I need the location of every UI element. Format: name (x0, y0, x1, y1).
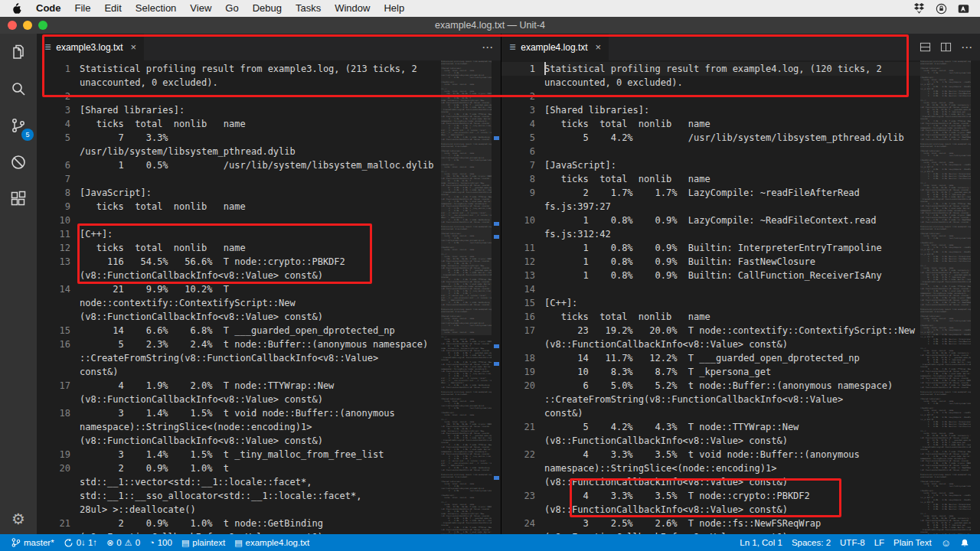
code-line[interactable]: node::contextify::ContextifyScript::New (37, 296, 441, 310)
code-line[interactable]: (v8::FunctionCallbackInfo<v8::Value> con… (501, 475, 920, 489)
menu-item-go[interactable]: Go (218, 0, 245, 17)
code-line[interactable]: const&) (37, 365, 441, 379)
code-line[interactable]: 1Statistical profiling result from examp… (37, 62, 441, 76)
code-line[interactable]: 14 21 9.9% 10.2% T (37, 282, 441, 296)
editor-example3[interactable]: 1Statistical profiling result from examp… (37, 60, 501, 534)
code-line[interactable]: 14 (501, 282, 920, 296)
menu-item-debug[interactable]: Debug (246, 0, 289, 17)
explorer-icon[interactable] (0, 34, 37, 70)
plaintext-indicator[interactable]: ▤ plaintext (177, 534, 230, 551)
code-line[interactable]: 7[JavaScript]: (501, 158, 920, 172)
code-line[interactable]: namespace)::StringSlice<(node::encoding)… (501, 461, 920, 475)
dropbox-icon[interactable] (913, 3, 925, 14)
problems-indicator[interactable]: ⊗ 0 ⚠ 0 (102, 534, 145, 551)
apple-menu-icon[interactable] (0, 3, 29, 14)
code-line[interactable]: 16 ticks total nonlib name (501, 310, 920, 324)
code-line[interactable]: 13 1 0.8% 0.9% Builtin: CallFunction_Rec… (501, 269, 920, 282)
code-line[interactable]: 3[Shared libraries]: (37, 103, 441, 117)
code-line[interactable]: 17 23 19.2% 20.0% T node::contextify::Co… (501, 324, 920, 337)
code-line[interactable]: (v8::FunctionCallbackInfo<v8::Value> con… (501, 503, 920, 517)
settings-gear-icon[interactable]: ⚙ (0, 510, 37, 528)
code-line[interactable]: unaccounted, 0 excluded). (501, 76, 920, 90)
encoding-indicator[interactable]: UTF-8 (835, 534, 870, 551)
code-line[interactable]: 8 ticks total nonlib name (501, 172, 920, 186)
code-line[interactable]: 11 1 0.8% 0.9% Builtin: InterpreterEntry… (501, 241, 920, 255)
code-line[interactable]: 10 1 0.8% 0.9% LazyCompile: ~ReadFileCon… (501, 214, 920, 227)
code-line[interactable]: (v8::FunctionCallbackInfo<v8::Value> con… (501, 434, 920, 448)
code-line[interactable]: std::__1::vector<std::__1::locale::facet… (37, 475, 441, 489)
code-line[interactable]: 2 (37, 90, 441, 103)
code-line[interactable]: 22 4 3.3% 3.5% t void node::Buffer::(ano… (501, 448, 920, 461)
code-line[interactable]: fs.js:312:42 (501, 227, 920, 241)
input-source-icon[interactable] (958, 4, 969, 14)
code-line[interactable]: (v8::FunctionCallbackInfo<v8::Value> con… (37, 530, 441, 534)
tab-example4-log-txt[interactable]: ≣ example4.log.txt × (501, 34, 609, 60)
code-line[interactable]: 4 ticks total nonlib name (501, 117, 920, 131)
metric-indicator[interactable]: ◔ 100 (145, 534, 177, 551)
code-line[interactable]: 2 (501, 90, 920, 103)
menu-item-file[interactable]: File (68, 0, 98, 17)
lock-icon[interactable] (936, 3, 947, 15)
code-line[interactable]: 9 2 1.7% 1.7% LazyCompile: ~readFileAfte… (501, 186, 920, 200)
indentation-indicator[interactable]: Spaces: 2 (787, 534, 835, 551)
code-line[interactable]: 6 1 0.5% /usr/lib/system/libsystem_mallo… (37, 158, 441, 172)
language-mode-indicator[interactable]: Plain Text (889, 534, 936, 551)
more-actions-icon[interactable]: ⋯ (961, 41, 972, 54)
code-line[interactable]: (v8::FunctionCallbackInfo<v8::Value> con… (501, 530, 920, 534)
code-line[interactable]: 5 7 3.3% (37, 131, 441, 145)
code-line[interactable]: std::__1::__sso_allocator<std::__1::loca… (37, 489, 441, 503)
code-line[interactable]: const&) (501, 406, 920, 420)
split-editor-icon[interactable] (940, 41, 952, 53)
open-changes-icon[interactable] (920, 41, 931, 53)
minimap-slider[interactable] (920, 60, 971, 335)
menu-item-tasks[interactable]: Tasks (289, 0, 328, 17)
debug-icon[interactable] (0, 144, 37, 181)
notifications-bell-icon[interactable] (956, 534, 974, 551)
code-line[interactable]: 1Statistical profiling result from examp… (501, 62, 920, 76)
code-line[interactable]: (v8::FunctionCallbackInfo<v8::Value> con… (501, 337, 920, 351)
code-line[interactable]: unaccounted, 0 excluded). (37, 76, 441, 90)
menu-item-window[interactable]: Window (328, 0, 377, 17)
code-line[interactable]: 21 2 0.9% 1.0% t node::GetBinding (37, 517, 441, 530)
code-line[interactable]: 16 5 2.3% 2.4% t node::Buffer::(anonymou… (37, 337, 441, 351)
code-line[interactable]: 6 (501, 145, 920, 158)
menu-item-selection[interactable]: Selection (129, 0, 183, 17)
menu-item-help[interactable]: Help (377, 0, 411, 17)
source-control-icon[interactable]: 5 (0, 107, 37, 144)
feedback-smiley-icon[interactable]: ☺ (936, 534, 956, 551)
eol-indicator[interactable]: LF (870, 534, 889, 551)
code-line[interactable]: (v8::FunctionCallbackInfo<v8::Value> con… (37, 393, 441, 406)
menu-item-edit[interactable]: Edit (97, 0, 128, 17)
code-line[interactable]: ::CreateFromString(v8::FunctionCallbackI… (501, 393, 920, 406)
code-line[interactable]: fs.js:397:27 (501, 200, 920, 214)
active-file-indicator[interactable]: ▤ example4.log.txt (230, 534, 314, 551)
code-line[interactable]: (v8::FunctionCallbackInfo<v8::Value> con… (37, 434, 441, 448)
code-line[interactable]: ::CreateFromString(v8::FunctionCallbackI… (37, 351, 441, 365)
code-line[interactable]: 20 6 5.0% 5.2% t node::Buffer::(anonymou… (501, 379, 920, 393)
git-branch-indicator[interactable]: master* (6, 534, 59, 551)
code-line[interactable]: 11[C++]: (37, 227, 441, 241)
close-tab-icon[interactable]: × (128, 41, 137, 53)
close-tab-icon[interactable]: × (593, 41, 602, 53)
code-line[interactable]: 10 (37, 214, 441, 227)
code-line[interactable]: 19 3 1.4% 1.5% t _tiny_malloc_from_free_… (37, 448, 441, 461)
code-line[interactable]: 24 3 2.5% 2.6% T node::fs::NewFSReqWrap (501, 517, 920, 530)
code-line[interactable]: 8[JavaScript]: (37, 186, 441, 200)
search-icon[interactable] (0, 70, 37, 107)
code-line[interactable]: 18 3 1.4% 1.5% t void node::Buffer::(ano… (37, 406, 441, 420)
tab-example3-log-txt[interactable]: ≣ example3.log.txt × (37, 34, 144, 60)
code-line[interactable]: 15 14 6.6% 6.8% T ___guarded_open_dprote… (37, 324, 441, 337)
code-line[interactable]: (v8::FunctionCallbackInfo<v8::Value> con… (37, 269, 441, 282)
code-line[interactable]: 12 1 0.8% 0.9% Builtin: FastNewClosure (501, 255, 920, 269)
extensions-icon[interactable] (0, 181, 37, 217)
code-line[interactable]: 13 116 54.5% 56.6% T node::crypto::PBKDF… (37, 255, 441, 269)
code-line[interactable]: 20 2 0.9% 1.0% t (37, 461, 441, 475)
code-line[interactable]: 9 ticks total nonlib name (37, 200, 441, 214)
code-line[interactable]: 4 ticks total nonlib name (37, 117, 441, 131)
minimap[interactable]: Statistical profiling result from exampl… (441, 60, 492, 534)
code-line[interactable]: 12 ticks total nonlib name (37, 241, 441, 255)
more-actions-icon[interactable]: ⋯ (482, 41, 493, 54)
minimap[interactable]: Statistical profiling result from exampl… (920, 60, 971, 534)
menu-item-code[interactable]: Code (29, 0, 68, 17)
code-line[interactable]: (v8::FunctionCallbackInfo<v8::Value> con… (37, 310, 441, 324)
